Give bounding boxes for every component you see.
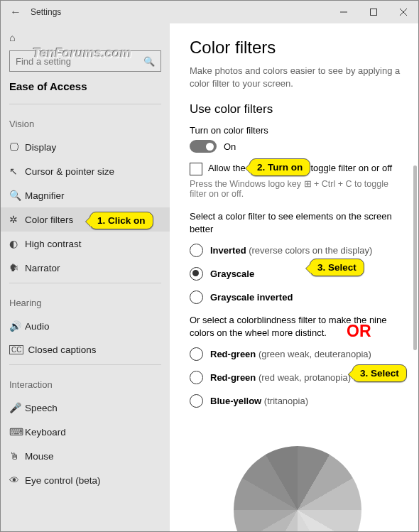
mouse-icon: 🖱 [9,450,25,462]
sidebar-item-label: Cursor & pointer size [25,166,114,177]
radio-icon [190,291,203,304]
keyboard-icon: ⌨ [9,426,25,438]
sidebar-item-audio[interactable]: 🔊 Audio [1,314,170,338]
sidebar-item-narrator[interactable]: 🗣 Narrator [1,256,170,280]
sidebar-item-label: Mouse [25,451,54,462]
radio-grayscale-inverted[interactable]: Grayscale inverted [190,291,406,304]
svg-rect-1 [371,9,377,16]
sidebar-item-label: High contrast [25,239,82,249]
separator [9,104,161,104]
mic-icon: 🎤 [9,402,25,413]
sidebar: ⌂ 🔍 Ease of Access Vision 🖵 Display ↖ Cu… [1,23,170,531]
content-pane: Color filters Make photos and colors eas… [170,23,418,531]
sidebar-item-speech[interactable]: 🎤 Speech [1,396,170,420]
group-vision: Vision [1,107,170,135]
radio-red-green-deuter[interactable]: Red-green (green weak, deuteranopia) [190,347,406,361]
sidebar-item-mouse[interactable]: 🖱 Mouse [1,444,170,468]
windows-key-icon: ⊞ [304,179,312,189]
back-button[interactable]: ← [1,6,31,18]
radio-icon [190,244,203,257]
sidebar-item-label: Magnifier [25,190,65,201]
main-container: ⌂ 🔍 Ease of Access Vision 🖵 Display ↖ Cu… [1,23,418,531]
group-hearing: Hearing [1,286,170,314]
toggle-state: On [224,141,236,152]
titlebar: ← Settings [1,1,418,23]
shortcut-hint: Press the Windows logo key ⊞ + Ctrl + C … [190,178,406,199]
sidebar-item-label: Narrator [25,263,60,273]
radio-icon [190,347,203,361]
separator [9,283,161,283]
color-wheel [234,446,361,531]
separator [9,364,161,365]
section-heading: Use color filters [190,102,406,116]
shortcut-checkbox[interactable] [190,163,202,175]
scrollbar[interactable] [413,165,417,350]
cc-icon: CC [9,345,23,354]
radio-blue-yellow[interactable]: Blue-yellow (tritanopia) [190,394,406,408]
callout-1: 1. Click on [89,212,153,229]
sidebar-item-label: Color filters [25,215,73,225]
sidebar-item-magnifier[interactable]: 🔍 Magnifier [1,183,170,207]
cursor-icon: ↖ [9,165,25,177]
sidebar-item-label: Keyboard [25,427,66,438]
sidebar-item-label: Closed captions [28,344,96,355]
page-title: Color filters [190,38,406,58]
radio-grayscale[interactable]: Grayscale [190,267,406,281]
group-interaction: Interaction [1,368,170,396]
or-annotation: OR [347,322,371,341]
cb-group-desc: Or select a colorblindness filter to mak… [190,314,406,339]
search-input[interactable] [16,56,143,67]
sidebar-item-label: Audio [25,321,50,332]
color-filters-icon: ✲ [9,214,25,225]
contrast-icon: ◐ [9,238,25,249]
sidebar-item-closed-captions[interactable]: CC Closed captions [1,338,170,362]
sidebar-item-eye-control[interactable]: 👁 Eye control (beta) [1,468,170,492]
sidebar-item-high-contrast[interactable]: ◐ High contrast [1,232,170,256]
radio-icon [190,371,203,384]
page-description: Make photos and colors easier to see by … [190,65,406,89]
color-filters-toggle[interactable] [190,140,217,153]
display-icon: 🖵 [9,141,25,153]
eye-icon: 👁 [9,474,25,486]
maximize-button[interactable] [359,9,388,16]
sidebar-item-label: Speech [25,403,58,413]
toggle-label: Turn on color filters [190,125,406,136]
narrator-icon: 🗣 [9,262,25,273]
minimize-button[interactable] [329,9,359,16]
radio-icon [190,394,203,408]
sidebar-item-keyboard[interactable]: ⌨ Keyboard [1,420,170,444]
sidebar-item-display[interactable]: 🖵 Display [1,135,170,159]
search-icon: 🔍 [143,56,155,67]
callout-3b: 3. Select [352,364,407,382]
callout-2: 2. Turn on [249,158,310,176]
sidebar-section-title: Ease of Access [1,80,170,101]
close-button[interactable] [388,9,418,16]
search-box[interactable]: 🔍 [9,50,161,72]
sidebar-item-label: Display [25,142,56,153]
sidebar-item-cursor[interactable]: ↖ Cursor & pointer size [1,159,170,183]
magnifier-icon: 🔍 [9,190,25,201]
radio-inverted[interactable]: Inverted (reverse colors on the display) [190,244,406,257]
audio-icon: 🔊 [9,320,25,332]
callout-3a: 3. Select [310,259,364,276]
sidebar-item-label: Eye control (beta) [25,475,101,486]
radio-icon [190,267,203,281]
home-button[interactable]: ⌂ [1,28,170,50]
window-title: Settings [31,7,329,17]
filter-group-desc: Select a color filter to see elements on… [190,210,406,235]
